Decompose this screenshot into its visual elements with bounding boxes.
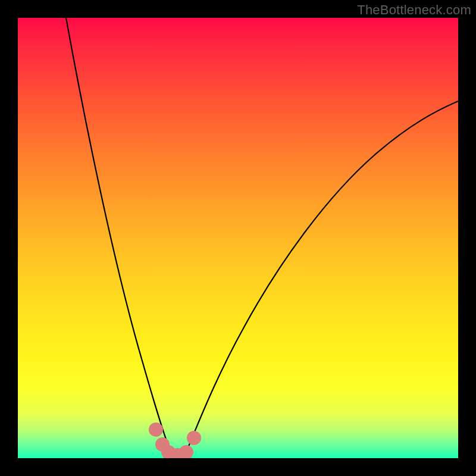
valley-markers bbox=[149, 422, 201, 458]
attribution-watermark: TheBottleneck.com bbox=[357, 2, 471, 18]
bottleneck-curve bbox=[18, 18, 458, 458]
marker-dot bbox=[149, 422, 163, 437]
plot-area bbox=[18, 18, 458, 458]
marker-dot bbox=[187, 431, 201, 445]
marker-dot bbox=[179, 445, 193, 458]
curve-right-branch bbox=[187, 101, 458, 450]
curve-left-branch bbox=[66, 18, 170, 450]
